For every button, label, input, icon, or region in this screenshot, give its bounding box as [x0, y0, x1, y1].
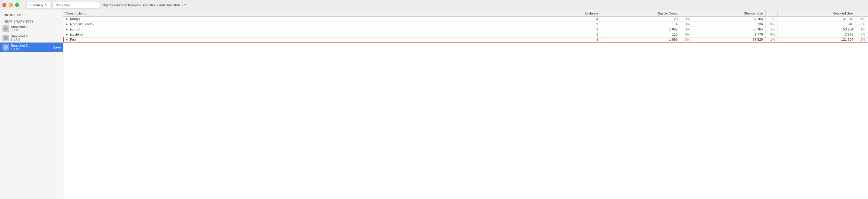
cell-objects-pct-4: 3% — [680, 37, 692, 42]
col-header-shallow-size[interactable]: Shallow Size — [692, 10, 766, 16]
table-header-row: Constructor ▲ Distance Objects Count Sha… — [63, 10, 868, 16]
cell-retained-pct-3: 0% — [856, 32, 868, 37]
cell-distance-4: 8 — [546, 37, 600, 42]
col-constructor-label: Constructor — [66, 11, 83, 15]
snapshot-1-name: Snapshot 1 — [11, 25, 61, 29]
expand-arrow-0[interactable]: ▶ — [66, 18, 69, 21]
svg-point-0 — [4, 27, 7, 30]
col-header-objects-pct — [680, 10, 692, 16]
cell-distance-0: 4 — [546, 16, 600, 22]
table-row[interactable]: ▶ (array) 4 20 0% 37 784 1% 37 976 1% — [63, 16, 868, 22]
cell-shallow-size-4: 67 520 — [692, 37, 766, 42]
constructor-name-3: (system) — [70, 33, 83, 36]
toolbar-divider — [24, 2, 24, 8]
sidebar: Profiles HEAP SNAPSHOTS Snapshot 1 5.3 M… — [0, 10, 63, 199]
cell-shallow-pct-2: 1% — [765, 27, 777, 32]
cell-shallow-size-3: 2 776 — [692, 32, 766, 37]
expand-arrow-2[interactable]: ▶ — [66, 28, 69, 31]
objects-arrow-icon: ▼ — [184, 4, 187, 7]
table-row[interactable]: ▶ (string) 9 1 687 3% 53 984 1% 53 984 1… — [63, 27, 868, 32]
toolbar: Summary ▼ Objects allocated between Snap… — [0, 0, 868, 10]
constructor-name-2: (string) — [70, 27, 80, 31]
minimize-button[interactable] — [9, 3, 13, 7]
sort-arrow-icon: ▲ — [84, 12, 86, 15]
expand-arrow-4[interactable]: ▶ — [66, 38, 69, 41]
col-header-objects-count[interactable]: Objects Count — [601, 10, 680, 16]
cell-objects-count-0: 20 — [601, 16, 680, 22]
cell-objects-count-3: 116 — [601, 32, 680, 37]
cell-objects-pct-0: 0% — [680, 16, 692, 22]
cell-retained-pct-1: 0% — [856, 22, 868, 27]
table-row[interactable]: ▶ Foo 8 1 688 3% 67 520 1% 121 504 2% — [63, 37, 868, 42]
constructor-name-0: (array) — [70, 17, 80, 21]
col-header-distance[interactable]: Distance — [546, 10, 600, 16]
snapshot-2-size: 5.1 MB — [11, 38, 61, 41]
cell-retained-pct-0: 1% — [856, 16, 868, 22]
col-header-retained-pct — [856, 10, 868, 16]
expand-arrow-3[interactable]: ▶ — [66, 33, 69, 36]
cell-distance-2: 9 — [546, 27, 600, 32]
cell-constructor-3: ▶ (system) — [63, 32, 546, 37]
cell-shallow-size-0: 37 784 — [692, 16, 766, 22]
cell-objects-count-4: 1 688 — [601, 37, 680, 42]
snapshot-1-size: 5.3 MB — [11, 29, 61, 32]
cell-shallow-pct-4: 1% — [765, 37, 777, 42]
sidebar-item-snapshot-3[interactable]: Snapshot 3 5.3 MB Save — [0, 42, 63, 52]
summary-label: Summary — [29, 3, 43, 7]
expand-arrow-1[interactable]: ▶ — [66, 23, 69, 26]
cell-constructor-4: ▶ Foo — [63, 37, 546, 42]
cell-shallow-size-1: 736 — [692, 22, 766, 27]
snapshot-icon-2 — [2, 35, 9, 41]
class-filter-input[interactable] — [53, 2, 99, 8]
window-controls — [2, 3, 22, 7]
cell-constructor-1: ▶ (compiled code) — [63, 22, 546, 27]
table-container[interactable]: Constructor ▲ Distance Objects Count Sha… — [63, 10, 868, 199]
profiles-title: Profiles — [0, 10, 63, 18]
maximize-button[interactable] — [15, 3, 19, 7]
constructor-name-1: (compiled code) — [70, 22, 94, 26]
cell-retained-size-2: 53 984 — [777, 27, 856, 32]
col-shallow-size-label: Shallow Size — [744, 11, 763, 15]
close-button[interactable] — [2, 3, 6, 7]
snapshot-1-info: Snapshot 1 5.3 MB — [11, 25, 61, 32]
snapshot-3-name: Snapshot 3 — [11, 44, 51, 47]
heap-table: Constructor ▲ Distance Objects Count Sha… — [63, 10, 868, 42]
cell-retained-size-0: 37 976 — [777, 16, 856, 22]
col-header-constructor[interactable]: Constructor ▲ — [63, 10, 546, 16]
col-objects-count-label: Objects Count — [656, 11, 678, 15]
cell-shallow-pct-1: 0% — [765, 22, 777, 27]
objects-label: Objects allocated between Snapshot 2 and… — [102, 3, 187, 7]
col-retained-size-label: Retained Size — [833, 11, 854, 15]
cell-shallow-size-2: 53 984 — [692, 27, 766, 32]
content-area: Constructor ▲ Distance Objects Count Sha… — [63, 10, 868, 199]
cell-constructor-2: ▶ (string) — [63, 27, 546, 32]
col-distance-label: Distance — [585, 11, 598, 15]
snapshot-3-size: 5.3 MB — [11, 47, 51, 51]
snapshot-icon-3 — [2, 44, 9, 51]
table-body: ▶ (array) 4 20 0% 37 784 1% 37 976 1% ▶ … — [63, 16, 868, 42]
constructor-name-4: Foo — [70, 38, 76, 41]
col-header-retained-size[interactable]: Retained Size — [777, 10, 856, 16]
cell-objects-count-2: 1 687 — [601, 27, 680, 32]
sidebar-item-snapshot-1[interactable]: Snapshot 1 5.3 MB — [0, 24, 63, 33]
svg-point-2 — [4, 45, 7, 49]
summary-dropdown-button[interactable]: Summary ▼ — [27, 2, 50, 8]
snapshot-2-info: Snapshot 2 5.1 MB — [11, 34, 61, 41]
cell-objects-pct-1: 0% — [680, 22, 692, 27]
cell-shallow-pct-0: 1% — [765, 16, 777, 22]
cell-distance-1: 9 — [546, 22, 600, 27]
col-header-shallow-pct — [765, 10, 777, 16]
cell-retained-size-4: 121 504 — [777, 37, 856, 42]
cell-retained-pct-4: 2% — [856, 37, 868, 42]
snapshot-2-name: Snapshot 2 — [11, 34, 61, 38]
cell-objects-pct-2: 3% — [680, 27, 692, 32]
save-link[interactable]: Save — [53, 45, 61, 49]
sidebar-item-snapshot-2[interactable]: Snapshot 2 5.1 MB — [0, 33, 63, 42]
heap-snapshots-title: HEAP SNAPSHOTS — [0, 18, 63, 24]
snapshot-icon-1 — [2, 25, 9, 32]
cell-retained-size-3: 2 776 — [777, 32, 856, 37]
cell-retained-size-1: 848 — [777, 22, 856, 27]
svg-point-1 — [4, 36, 7, 40]
table-row[interactable]: ▶ (compiled code) 9 4 0% 736 0% 848 0% — [63, 22, 868, 27]
table-row[interactable]: ▶ (system) 5 116 0% 2 776 0% 2 776 0% — [63, 32, 868, 37]
